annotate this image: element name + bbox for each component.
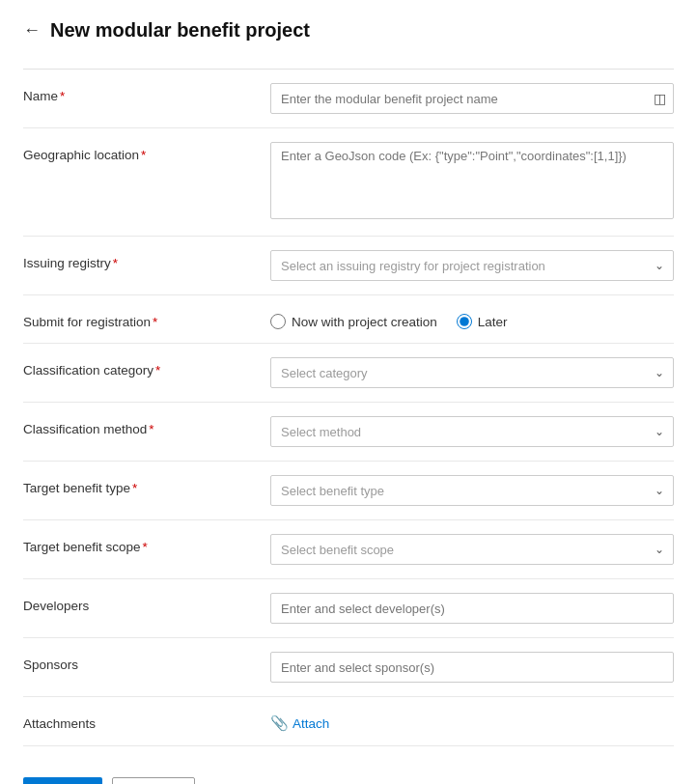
classification-method-control: Select method ⌄ [270, 416, 674, 447]
radio-later-option[interactable]: Later [457, 314, 508, 329]
sponsors-control [270, 652, 674, 683]
target-benefit-scope-select-wrapper: Select benefit scope ⌄ [270, 534, 674, 565]
sponsors-label: Sponsors [23, 652, 255, 672]
attach-label[interactable]: Attach [293, 716, 329, 731]
attachments-label: Attachments [23, 711, 255, 731]
cancel-button[interactable]: Cancel [112, 777, 195, 784]
submit-registration-control: Now with project creation Later [270, 309, 674, 329]
classification-category-control: Select category ⌄ [270, 357, 674, 388]
sponsors-row: Sponsors [23, 638, 674, 697]
geo-row: Geographic location* [23, 128, 674, 237]
name-control: ◫ [270, 83, 674, 114]
classification-method-required-star: * [149, 422, 153, 436]
target-benefit-type-control: Select benefit type ⌄ [270, 475, 674, 506]
target-benefit-type-required-star: * [132, 481, 137, 495]
classification-category-select[interactable]: Select category [270, 357, 674, 388]
name-label: Name* [23, 83, 255, 103]
radio-now-label: Now with project creation [292, 315, 437, 329]
submit-registration-row: Submit for registration* Now with projec… [23, 295, 674, 344]
target-benefit-scope-required-star: * [143, 540, 148, 554]
issuing-registry-control: Select an issuing registry for project r… [270, 250, 674, 281]
submit-registration-label: Submit for registration* [23, 309, 255, 329]
classification-category-required-star: * [155, 363, 160, 378]
issuing-registry-select[interactable]: Select an issuing registry for project r… [270, 250, 674, 281]
name-field-icon: ◫ [654, 91, 666, 106]
developers-label: Developers [23, 593, 255, 613]
classification-category-select-wrapper: Select category ⌄ [270, 357, 674, 388]
target-benefit-scope-label: Target benefit scope* [23, 534, 255, 554]
radio-now-input[interactable] [270, 314, 286, 329]
radio-now-option[interactable]: Now with project creation [270, 314, 437, 329]
radio-later-input[interactable] [457, 314, 472, 329]
target-benefit-scope-row: Target benefit scope* Select benefit sco… [23, 520, 674, 579]
developers-input[interactable] [270, 593, 674, 624]
name-row: Name* ◫ [23, 70, 674, 128]
classification-method-row: Classification method* Select method ⌄ [23, 403, 674, 462]
form-section: Name* ◫ Geographic location* Issuing reg… [23, 69, 674, 746]
name-required-star: * [60, 89, 65, 103]
radio-later-label: Later [478, 315, 508, 329]
issuing-registry-label: Issuing registry* [23, 250, 255, 270]
target-benefit-type-row: Target benefit type* Select benefit type… [23, 462, 674, 520]
developers-control [270, 593, 674, 624]
attachments-row: Attachments 📎 Attach [23, 697, 674, 746]
attachments-control: 📎 Attach [270, 711, 674, 732]
target-benefit-type-select[interactable]: Select benefit type [270, 475, 674, 506]
classification-category-row: Classification category* Select category… [23, 344, 674, 403]
classification-method-select[interactable]: Select method [270, 416, 674, 447]
target-benefit-scope-control: Select benefit scope ⌄ [270, 534, 674, 565]
page-header: ← New modular benefit project [23, 19, 674, 42]
classification-category-label: Classification category* [23, 357, 255, 378]
geo-required-star: * [141, 148, 146, 162]
footer-actions: Create Cancel [23, 770, 674, 784]
radio-group: Now with project creation Later [270, 309, 674, 329]
issuing-registry-required-star: * [113, 256, 118, 270]
name-input[interactable] [270, 83, 674, 114]
attach-button[interactable]: 📎 Attach [270, 711, 674, 732]
developers-row: Developers [23, 579, 674, 638]
back-icon[interactable]: ← [23, 20, 41, 41]
create-button[interactable]: Create [23, 777, 102, 784]
classification-method-select-wrapper: Select method ⌄ [270, 416, 674, 447]
submit-required-star: * [153, 315, 157, 329]
paperclip-icon: 📎 [270, 714, 289, 732]
name-input-wrapper: ◫ [270, 83, 674, 114]
issuing-registry-select-wrapper: Select an issuing registry for project r… [270, 250, 674, 281]
sponsors-input[interactable] [270, 652, 674, 683]
page-title: New modular benefit project [50, 19, 310, 42]
target-benefit-scope-select[interactable]: Select benefit scope [270, 534, 674, 565]
geo-control [270, 142, 674, 222]
geo-label: Geographic location* [23, 142, 255, 162]
issuing-registry-row: Issuing registry* Select an issuing regi… [23, 237, 674, 295]
target-benefit-type-select-wrapper: Select benefit type ⌄ [270, 475, 674, 506]
target-benefit-type-label: Target benefit type* [23, 475, 255, 495]
geo-input[interactable] [270, 142, 674, 219]
classification-method-label: Classification method* [23, 416, 255, 436]
